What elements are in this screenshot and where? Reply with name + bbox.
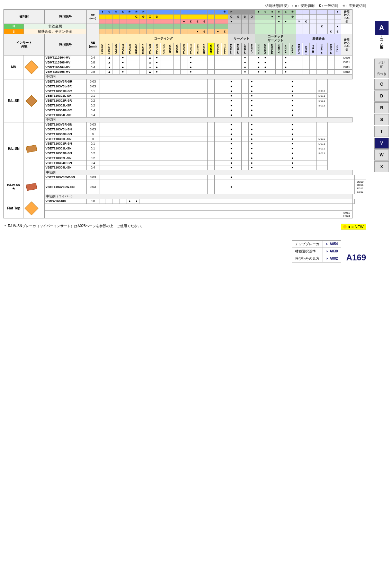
vbmt110304mv-ue6020 bbox=[113, 55, 119, 60]
cutting-condition-header: 切削状態(目安）： ●：安定切削 €：一般切削 ✳：不安定切削 bbox=[3, 3, 366, 8]
sn9-yp05rt bbox=[221, 161, 228, 165]
sn1-mh515 bbox=[201, 122, 208, 127]
m-marker-mp7035: ⊕ bbox=[153, 14, 160, 19]
m-marker-mp9005 bbox=[214, 14, 221, 19]
sr5-yp05rt bbox=[221, 98, 228, 103]
vbmt110304mv-ue6110: ▲ bbox=[106, 55, 113, 60]
m-marker-mc5005 bbox=[180, 14, 187, 19]
s-nx2525 bbox=[255, 29, 262, 34]
sn4-ref: D010 bbox=[316, 137, 327, 141]
mv-midcut-row: 中切削 bbox=[4, 75, 366, 79]
rlwsn2-yp05rt bbox=[221, 180, 228, 194]
sidebar-item-c[interactable]: C bbox=[374, 79, 389, 90]
sn2-yp05rt bbox=[221, 127, 228, 132]
v408-uc5105 bbox=[194, 70, 201, 75]
vbmt110304mv-uh6400 bbox=[133, 55, 140, 60]
sn10-nx3035 bbox=[255, 165, 262, 170]
ref-holder-header: 参照対応ペルダ bbox=[341, 10, 352, 24]
n-up20m bbox=[248, 24, 255, 29]
sr6-up20m bbox=[242, 103, 249, 108]
sn1-up20m bbox=[242, 122, 249, 127]
sidebar-item-w[interactable]: W bbox=[374, 149, 389, 161]
v404-ht110 bbox=[310, 65, 317, 70]
vbmt110304mv-ht110 bbox=[310, 55, 317, 60]
sn2-mh515 bbox=[201, 127, 208, 132]
sr1-vp10rt: ● bbox=[228, 79, 235, 84]
sr1-ht110: ● bbox=[289, 79, 296, 84]
p-marker-mc5015 bbox=[187, 10, 194, 15]
v408-us905 bbox=[174, 70, 181, 75]
sidebar-item-r[interactable]: R bbox=[374, 102, 389, 113]
sidebar-item-d[interactable]: D bbox=[374, 90, 389, 102]
v404-yp05rt bbox=[228, 65, 235, 70]
sr3-nx3035 bbox=[255, 89, 262, 94]
sr6-empty2 bbox=[262, 103, 289, 108]
sr7-mp9005 bbox=[208, 108, 215, 113]
sr7-nx2525: ● bbox=[248, 108, 255, 113]
vbmt110304mv-up20m bbox=[248, 55, 255, 60]
sn2-re: 0.03 bbox=[87, 127, 99, 132]
sn2-nx2525: ● bbox=[248, 127, 255, 132]
sidebar-item-x[interactable]: X bbox=[374, 161, 389, 172]
rlwsn1-mp9005 bbox=[208, 175, 215, 180]
m-marker-nx3035 bbox=[262, 14, 269, 19]
sidebar-item-pozi[interactable]: ポジ5°穴つき bbox=[374, 59, 389, 78]
sidebar-item-s[interactable]: S bbox=[374, 114, 389, 125]
rlwsn2-mh515 bbox=[201, 180, 208, 194]
v404-ut1201 bbox=[296, 65, 303, 70]
k-marker-ue6110 bbox=[106, 19, 113, 24]
ft-ue6105 bbox=[99, 199, 106, 204]
rlwsn2-re: 0.03 bbox=[87, 180, 99, 194]
ft-uh6400: ● bbox=[133, 199, 140, 204]
m-marker-vp10rt: ⊕ bbox=[235, 14, 242, 19]
n-ht110 bbox=[310, 24, 317, 29]
ref-label-3: 呼び記号の見方 bbox=[292, 255, 322, 262]
m-marker-mc5015 bbox=[187, 14, 194, 19]
sr2-empty bbox=[99, 84, 201, 89]
sn7-vp15tf bbox=[235, 151, 242, 156]
vbmt110304mv-mc5015: ● bbox=[187, 55, 194, 60]
ft-re: 0.8 bbox=[87, 199, 99, 204]
sn10-empty bbox=[99, 165, 201, 170]
sr1-yp05rt bbox=[221, 79, 228, 84]
sr1-empty2 bbox=[262, 79, 289, 84]
sn9-mh515 bbox=[201, 161, 208, 165]
sr4-nx3035 bbox=[255, 94, 262, 98]
rlsr-midcut-row: 中切削 bbox=[4, 118, 366, 122]
sidebar-a-label[interactable]: A bbox=[375, 21, 389, 35]
ft-ref bbox=[352, 199, 355, 204]
s-re bbox=[87, 29, 99, 34]
new-dot bbox=[343, 225, 347, 228]
p-marker-vp10rt bbox=[235, 10, 242, 15]
sn4-re: 0 bbox=[87, 137, 99, 141]
sr1-ref bbox=[316, 79, 327, 84]
n-mp9015 bbox=[221, 24, 228, 29]
sr3-empty2 bbox=[262, 89, 289, 94]
ref-row-1: チップブレーカ ＞ A054 bbox=[292, 240, 341, 248]
v404-yp25n: ● bbox=[282, 65, 289, 70]
sidebar-nav-items: ポジ5°穴つき C D R S T V W X bbox=[374, 59, 389, 172]
k-marker-mc6025 bbox=[126, 19, 133, 24]
sidebar-item-t[interactable]: T bbox=[374, 126, 389, 137]
m-marker-uc5105 bbox=[194, 14, 201, 19]
sr2-ref bbox=[316, 84, 327, 89]
sn5-yp05rt bbox=[221, 141, 228, 146]
ft-ue6110 bbox=[106, 199, 113, 204]
sn7-vp10rt: ● bbox=[228, 151, 235, 156]
sidebar-item-v[interactable]: V bbox=[374, 138, 389, 149]
ft-ue6020 bbox=[113, 199, 119, 204]
sn9-empty bbox=[99, 161, 201, 165]
vbet110304r-sn-code: VBET110304R-SN bbox=[45, 161, 87, 165]
rlwsn1-re: 0.03 bbox=[87, 175, 99, 180]
v408-vp15tf: ● bbox=[242, 70, 249, 75]
v404-mh515 bbox=[208, 65, 215, 70]
m-marker-yp25n bbox=[282, 14, 289, 19]
sr6-yp05rt bbox=[221, 103, 228, 108]
sr3-yp05rt bbox=[221, 89, 228, 94]
sr6-mp9005 bbox=[208, 103, 215, 108]
m-marker-yp05rt: G bbox=[228, 14, 235, 19]
n-mc5015 bbox=[187, 24, 194, 29]
grade-mp3025: MP3025 bbox=[269, 43, 276, 55]
k-marker-us733 bbox=[167, 19, 174, 24]
v408-vp10rt bbox=[235, 70, 242, 75]
